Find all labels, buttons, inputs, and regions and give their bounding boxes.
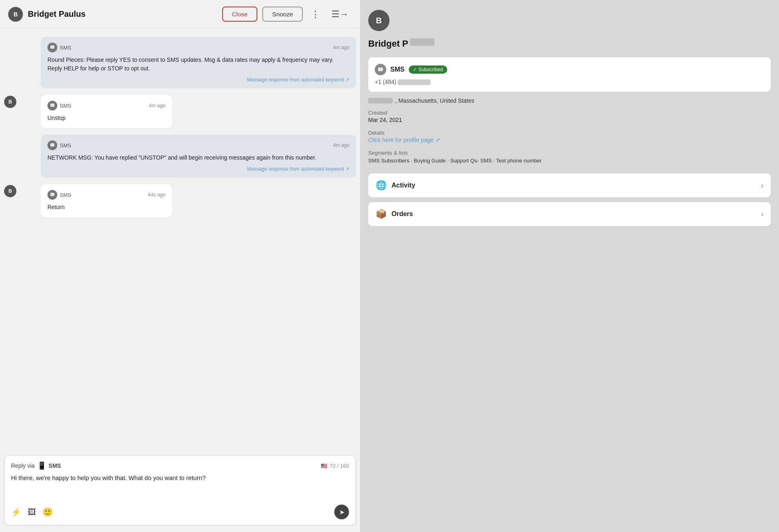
right-panel: B Bridget P SMS ✓ Subscribed +1 (484) , … (360, 0, 779, 532)
table-row: B SMS 4m ago Unstop (4, 95, 356, 128)
orders-icon: 📦 (376, 209, 387, 219)
table-row: SMS 4m ago Round Pieces: Please reply YE… (4, 37, 356, 88)
sms-label: SMS (390, 66, 405, 73)
close-button[interactable]: Close (222, 7, 257, 22)
phone-number: +1 (484) (375, 79, 764, 85)
segments-text: SMS Subscribers · Buying Guide · Support… (368, 157, 771, 165)
emoji-icon: 🙂 (43, 507, 53, 516)
created-label: Created (368, 110, 771, 116)
message-time-2: 4m ago (149, 103, 165, 108)
reply-toolbar: ⚡ 🖼 🙂 ➤ (11, 505, 349, 519)
orders-left: 📦 Orders (376, 209, 413, 219)
message-footer-3[interactable]: Message response from automated keyword … (47, 166, 349, 172)
svg-rect-2 (50, 143, 54, 147)
sms-row: SMS ✓ Subscribed (375, 64, 764, 75)
send-button[interactable]: ➤ (334, 505, 349, 519)
location-row: , Massachusetts, United States (368, 97, 771, 104)
message-bubble-3: SMS 4m ago NETWORK MSG: You have replied… (41, 135, 356, 178)
message-text-4: Return (47, 203, 165, 212)
messages-area: SMS 4m ago Round Pieces: Please reply YE… (0, 29, 360, 455)
message-channel: SMS (47, 101, 71, 110)
message-time-3: 4m ago (333, 142, 349, 148)
message-bubble-2: SMS 4m ago Unstop (41, 95, 172, 128)
sms-icon (47, 140, 57, 150)
table-row: SMS 4m ago NETWORK MSG: You have replied… (4, 135, 356, 178)
external-link-icon: ↗ (435, 137, 440, 143)
subscribed-badge: ✓ Subscribed (409, 65, 447, 74)
profile-link-text: Click here for profile page (368, 137, 434, 143)
sms-icon (47, 43, 57, 52)
outbound-avatar: B (4, 96, 16, 108)
flag-icon: 🇺🇸 (321, 463, 327, 469)
orders-label: Orders (392, 210, 413, 218)
reply-input[interactable]: Hi there, we're happy to help you with t… (11, 474, 349, 499)
assign-icon: ☰→ (331, 9, 349, 20)
assign-button[interactable]: ☰→ (328, 7, 352, 21)
message-channel: SMS (47, 190, 71, 200)
details-section: Details Click here for profile page ↗ (368, 130, 771, 143)
message-channel: SMS (47, 43, 71, 52)
segments-section: Segments & lists SMS Subscribers · Buyin… (368, 150, 771, 165)
more-options-button[interactable]: ⋮ (308, 7, 323, 21)
emoji-button[interactable]: 🙂 (43, 507, 53, 517)
reply-via-label: Reply via (11, 462, 35, 469)
table-row: B SMS 44s ago Return (4, 184, 356, 217)
image-button[interactable]: 🖼 (28, 507, 36, 517)
message-bubble-4: SMS 44s ago Return (41, 184, 172, 217)
channel-label: SMS (60, 45, 71, 51)
snooze-button[interactable]: Snooze (262, 7, 303, 22)
svg-rect-4 (378, 68, 383, 71)
reply-header: Reply via 📱 SMS 🇺🇸 72 / 160 (11, 461, 349, 470)
sms-info-card: SMS ✓ Subscribed +1 (484) (368, 57, 771, 92)
char-counter: 72 / 160 (330, 463, 349, 469)
message-footer-1[interactable]: Message response from automated keyword … (47, 77, 349, 83)
reply-via: Reply via 📱 SMS (11, 461, 61, 470)
channel-label: SMS (60, 192, 71, 198)
reply-channel-label: SMS (49, 462, 61, 469)
segments-label: Segments & lists (368, 150, 771, 156)
svg-rect-1 (50, 104, 54, 107)
location-blur (368, 98, 393, 104)
channel-label: SMS (60, 103, 71, 109)
three-dots-icon: ⋮ (311, 9, 320, 20)
activity-icon: 🌐 (376, 180, 387, 191)
profile-link[interactable]: Click here for profile page ↗ (368, 137, 771, 143)
subscribed-label: Subscribed (419, 67, 443, 72)
created-date: Mar 24, 2021 (368, 117, 771, 123)
sms-channel-icon (375, 64, 386, 75)
check-icon: ✓ (413, 67, 417, 72)
message-channel: SMS (47, 140, 71, 150)
send-icon: ➤ (339, 508, 344, 516)
quick-replies-button[interactable]: ⚡ (11, 507, 21, 517)
activity-chevron-icon: › (761, 181, 763, 190)
contact-avatar: B (368, 10, 390, 31)
activity-label: Activity (392, 182, 415, 189)
orders-chevron-icon: › (761, 210, 763, 219)
activity-card[interactable]: 🌐 Activity › (368, 174, 771, 197)
phone-blur (398, 79, 430, 85)
image-icon: 🖼 (28, 507, 36, 516)
activity-left: 🌐 Activity (376, 180, 415, 191)
message-text-2: Unstop (47, 114, 165, 122)
sms-phone-icon: 📱 (37, 461, 46, 470)
conversation-header: B Bridget Paulus Close Snooze ⋮ ☰→ (0, 0, 360, 29)
svg-rect-3 (50, 193, 54, 196)
sms-icon (47, 101, 57, 110)
sms-icon (47, 190, 57, 200)
contact-name-blur (410, 38, 435, 46)
lightning-icon: ⚡ (11, 507, 21, 516)
message-text-3: NETWORK MSG: You have replied "UNSTOP" a… (47, 153, 349, 162)
created-section: Created Mar 24, 2021 (368, 110, 771, 123)
outbound-avatar-2: B (4, 185, 16, 197)
header-contact-name: Bridget Paulus (28, 9, 217, 19)
message-time-4: 44s ago (148, 192, 165, 198)
header-avatar: B (8, 7, 23, 22)
message-bubble-1: SMS 4m ago Round Pieces: Please reply YE… (41, 37, 356, 88)
channel-label: SMS (60, 142, 71, 149)
orders-card[interactable]: 📦 Orders › (368, 202, 771, 226)
reply-counter: 🇺🇸 72 / 160 (321, 463, 349, 469)
svg-rect-0 (50, 45, 54, 49)
contact-header: B (368, 10, 771, 31)
message-time-1: 4m ago (333, 45, 349, 50)
message-text-1: Round Pieces: Please reply YES to consen… (47, 56, 349, 73)
